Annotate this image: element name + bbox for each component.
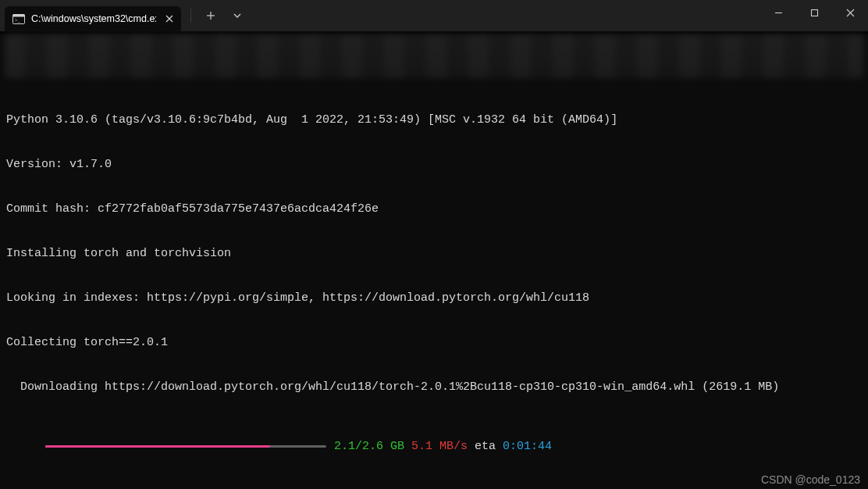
titlebar: >_ C:\windows\system32\cmd.exe: [0, 0, 868, 31]
output-line: Collecting torch==2.0.1: [6, 335, 868, 350]
progress-size: 2.1/2.6 GB: [334, 439, 404, 454]
minimize-button[interactable]: [760, 0, 796, 25]
tab-close-button[interactable]: [162, 12, 176, 26]
progress-bar: [45, 445, 326, 448]
progress-line: 2.1/2.6 GB 5.1 MB/s eta 0:01:44: [6, 439, 868, 454]
output-line: Installing torch and torchvision: [6, 246, 868, 261]
window-controls: [760, 0, 868, 31]
progress-eta-value: 0:01:44: [503, 439, 552, 454]
redacted-region: [5, 34, 863, 78]
close-button[interactable]: [832, 0, 868, 25]
new-tab-button[interactable]: [199, 4, 222, 27]
terminal-content: Python 3.10.6 (tags/v3.10.6:9c7b4bd, Aug…: [0, 34, 868, 484]
progress-bar-fill: [45, 445, 270, 448]
svg-rect-1: [13, 14, 25, 16]
terminal-lines: Python 3.10.6 (tags/v3.10.6:9c7b4bd, Aug…: [0, 83, 868, 484]
watermark: CSDN @code_0123: [761, 473, 860, 486]
tab-title: C:\windows\system32\cmd.exe: [31, 13, 156, 24]
tab-cmd[interactable]: >_ C:\windows\system32\cmd.exe: [5, 6, 181, 31]
tab-actions: [186, 0, 249, 31]
terminal-body[interactable]: Python 3.10.6 (tags/v3.10.6:9c7b4bd, Aug…: [0, 34, 868, 489]
output-line: Commit hash: cf2772fab0af5573da775e7437e…: [6, 202, 868, 216]
output-line: Looking in indexes: https://pypi.org/sim…: [6, 291, 868, 305]
output-line-download: Downloading https://download.pytorch.org…: [6, 380, 868, 394]
progress-eta-label: eta: [475, 439, 496, 454]
svg-rect-8: [811, 9, 817, 16]
svg-text:>_: >_: [15, 18, 20, 23]
cmd-icon: >_: [12, 13, 25, 24]
maximize-button[interactable]: [796, 0, 832, 25]
tab-dropdown-button[interactable]: [226, 4, 249, 27]
progress-speed: 5.1 MB/s: [411, 439, 468, 454]
output-line: Python 3.10.6 (tags/v3.10.6:9c7b4bd, Aug…: [6, 112, 868, 127]
output-line: Version: v1.7.0: [6, 157, 868, 172]
tab-divider: [190, 9, 191, 23]
